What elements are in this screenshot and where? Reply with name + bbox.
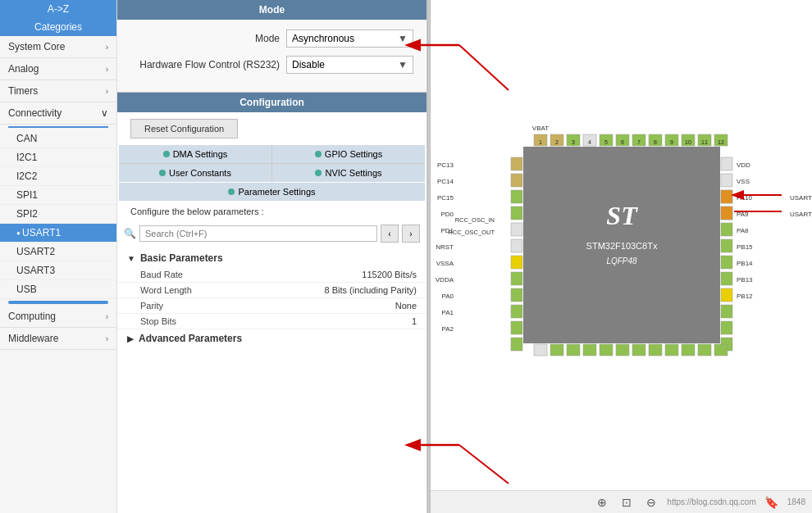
sidebar-item-usb[interactable]: USB	[0, 280, 116, 299]
config-tabs: DMA Settings GPIO Settings User Constant…	[119, 145, 425, 182]
triangle-right-icon: ▶	[127, 334, 134, 343]
svg-rect-19	[721, 272, 732, 285]
sidebar-az-tab[interactable]: A->Z	[0, 0, 116, 18]
pin-num: 12	[718, 139, 724, 145]
sidebar-item-spi1[interactable]: SPI1	[0, 186, 116, 205]
pin-label-left: VSSA	[436, 260, 454, 267]
pin-num: 3	[572, 139, 575, 145]
scroll-indicator	[8, 301, 108, 304]
tab-nvic-settings[interactable]: NVIC Settings	[272, 164, 425, 182]
sidebar-item-system-core[interactable]: System Core ›	[0, 36, 116, 58]
advanced-params-group[interactable]: ▶ Advanced Parameters	[117, 329, 427, 347]
pin-label-left: PD0	[440, 211, 454, 218]
tab-user-constants[interactable]: User Constants	[119, 164, 271, 182]
pin-label-left: PC14	[436, 178, 454, 185]
pin-label-left: PA0	[441, 293, 454, 300]
svg-rect-36	[511, 157, 522, 170]
rcc-osc-out-label: RCC_OSC_OUT	[448, 229, 495, 236]
pin-num: 8	[654, 139, 657, 145]
svg-rect-37	[511, 174, 522, 187]
svg-rect-13	[721, 174, 732, 187]
zoom-out-button[interactable]: ⊖	[642, 493, 660, 511]
chevron-right-icon: ›	[106, 334, 108, 343]
pin-label: VDD	[737, 161, 750, 169]
mode-row-mode: Mode Asynchronous ▼	[130, 30, 413, 48]
svg-rect-12	[721, 157, 732, 170]
param-row-baud-rate: Baud Rate 115200 Bits/s	[117, 267, 427, 283]
rcc-osc-in-label: RCC_OSC_IN	[454, 216, 494, 224]
tab-parameter-settings[interactable]: Parameter Settings	[119, 183, 425, 201]
vbat-label: VBAT	[531, 125, 548, 132]
param-row-stop-bits: Stop Bits 1	[117, 314, 427, 329]
dropdown-arrow-icon: ▼	[398, 33, 408, 44]
usart1-rx-label: USART1_RX	[790, 194, 813, 202]
mode-select-dropdown[interactable]: Asynchronous ▼	[286, 30, 413, 48]
svg-rect-29	[616, 344, 629, 356]
search-prev-button[interactable]: ‹	[381, 225, 399, 243]
right-bottom-bar: ⊕ ⊡ ⊖ https://blog.csdn.qq.com 🔖 1848	[431, 490, 812, 513]
sidebar-item-computing[interactable]: Computing ›	[0, 306, 116, 328]
svg-rect-35	[714, 344, 728, 356]
mode-row-hw-flow: Hardware Flow Control (RS232) Disable ▼	[130, 56, 413, 74]
svg-rect-32	[665, 344, 678, 356]
hw-flow-select-dropdown[interactable]: Disable ▼	[286, 56, 413, 74]
pin-label: PB15	[737, 243, 753, 251]
tab-dot-icon	[315, 170, 322, 176]
bookmark-icon[interactable]: 🔖	[763, 493, 781, 511]
sidebar-item-middleware[interactable]: Middleware ›	[0, 328, 116, 350]
mode-body: Mode Asynchronous ▼ Hardware Flow Contro…	[117, 20, 427, 92]
reset-configuration-button[interactable]: Reset Configuration	[130, 119, 238, 138]
chevron-right-icon: ›	[106, 43, 108, 52]
tab-gpio-settings[interactable]: GPIO Settings	[272, 145, 425, 163]
basic-params-group[interactable]: ▼ Basic Parameters	[117, 249, 427, 267]
hw-flow-label: Hardware Flow Control (RS232)	[130, 59, 286, 70]
pin-num: 4	[588, 139, 591, 145]
pin-num: 11	[701, 139, 708, 145]
sidebar-item-usart1[interactable]: USART1	[0, 224, 116, 243]
svg-rect-46	[511, 321, 522, 334]
sidebar-item-i2c1[interactable]: I2C1	[0, 148, 116, 167]
zoom-in-button[interactable]: ⊕	[593, 493, 611, 511]
sidebar-categories-tab[interactable]: Categories	[0, 18, 116, 36]
pin-label: PB14	[737, 260, 753, 267]
pin-num: 10	[685, 139, 691, 145]
pin-label: PB13	[737, 276, 753, 284]
pin-num: 2	[555, 139, 559, 145]
sidebar-item-usart2[interactable]: USART2	[0, 243, 116, 261]
svg-rect-41	[511, 239, 522, 252]
sidebar-item-analog[interactable]: Analog ›	[0, 58, 116, 80]
pin-num: 1	[539, 139, 542, 145]
pin-label-left: PA2	[441, 325, 454, 333]
svg-rect-21	[721, 305, 732, 318]
param-row-parity: Parity None	[117, 298, 427, 314]
config-header: Configuration	[117, 93, 427, 112]
chip-area: ST STM32F103C8Tx LQFP48	[431, 0, 812, 490]
svg-rect-22	[721, 321, 732, 334]
search-next-button[interactable]: ›	[402, 225, 420, 243]
sidebar-item-connectivity[interactable]: Connectivity ∨	[0, 102, 116, 125]
sidebar-item-i2c2[interactable]: I2C2	[0, 167, 116, 186]
params-list: ▼ Basic Parameters Baud Rate 115200 Bits…	[117, 246, 427, 513]
sidebar-item-timers[interactable]: Timers ›	[0, 80, 116, 102]
sidebar-item-usart3[interactable]: USART3	[0, 261, 116, 280]
config-section: Configuration Reset Configuration DMA Se…	[117, 93, 427, 513]
sidebar-item-can[interactable]: CAN	[0, 129, 116, 148]
search-input[interactable]	[139, 225, 377, 242]
right-panel: ST STM32F103C8Tx LQFP48	[431, 0, 812, 513]
svg-rect-39	[511, 207, 522, 220]
tab-dma-settings[interactable]: DMA Settings	[119, 145, 271, 163]
svg-rect-17	[721, 239, 732, 252]
fit-screen-button[interactable]: ⊡	[618, 493, 636, 511]
configure-label: Configure the below parameters :	[117, 202, 427, 221]
mode-section: Mode Mode Asynchronous ▼ Hardware Flow C…	[117, 0, 427, 93]
svg-rect-28	[600, 344, 613, 356]
svg-rect-43	[511, 272, 522, 285]
reset-btn-row: Reset Configuration	[117, 112, 427, 145]
pin-label-left: PA1	[441, 309, 454, 316]
svg-rect-48	[721, 190, 732, 203]
sidebar-item-spi2[interactable]: SPI2	[0, 205, 116, 224]
pin-label: PA8	[737, 227, 749, 234]
sidebar: A->Z Categories System Core › Analog › T…	[0, 0, 117, 513]
svg-rect-40	[511, 223, 522, 236]
pin-label-left: PC15	[436, 194, 454, 202]
